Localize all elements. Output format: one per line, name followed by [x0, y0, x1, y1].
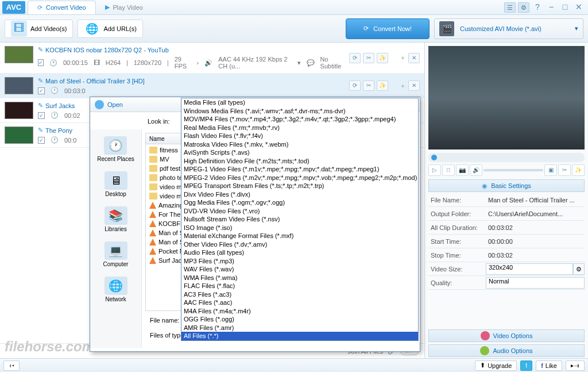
stop-value[interactable]: 00:03:02 — [486, 252, 585, 259]
output-profile-selector[interactable]: 🎬 Customized AVI Movie (*.avi) ▾ — [434, 18, 583, 39]
magic-icon[interactable]: ✨ — [377, 80, 388, 91]
filter-option[interactable]: ISO Image (*.iso) — [181, 224, 418, 232]
file-type-dropdown[interactable]: Media Files (all types)Windows Media Fil… — [181, 98, 419, 341]
cut-icon[interactable]: ✂ — [363, 53, 374, 63]
place-network[interactable]: 🌐Network — [102, 274, 130, 305]
minimize-button[interactable]: − — [546, 2, 557, 13]
filter-option[interactable]: Flash Video Files (*.flv;*.f4v) — [181, 132, 418, 140]
edit-icon[interactable]: ✎ — [38, 126, 43, 134]
tab-label: Play Video — [113, 4, 143, 11]
place-computer[interactable]: 💻Computer — [101, 239, 131, 270]
place-recent-places[interactable]: 🕐Recent Places — [95, 134, 136, 164]
video-options-header[interactable]: Video Options — [428, 329, 585, 342]
basic-settings-header[interactable]: ◉ Basic Settings — [428, 179, 585, 192]
seek-slider[interactable] — [428, 153, 585, 162]
video-item[interactable]: ✎Man of Steel - Official Trailer 3 [HD] … — [0, 74, 424, 98]
volume-button[interactable]: 🔊 — [470, 164, 482, 176]
titlebar-right: ☰ ⚙ ? − □ ✕ — [504, 2, 588, 13]
filter-option[interactable]: Windows Media Files (*.avi;*.wmv;*.asf;*… — [181, 107, 418, 116]
magic-icon[interactable]: ✨ — [377, 53, 388, 63]
size-select[interactable]: 320x240 — [486, 263, 573, 275]
filter-option[interactable]: High Definition Video File (*.m2ts;*.mts… — [181, 157, 418, 166]
output-value[interactable]: C:\Users\Ariel\Document... — [486, 210, 585, 217]
filter-option[interactable]: AMR Files (*.amr) — [181, 324, 418, 332]
refresh-icon[interactable]: ⟳ — [349, 53, 361, 63]
start-value[interactable]: 00:00:00 — [486, 238, 585, 245]
size-gear-icon[interactable]: ⚙ — [573, 263, 585, 275]
maximize-button[interactable]: □ — [559, 2, 571, 13]
checkbox[interactable]: ✓ — [38, 137, 45, 144]
add-icon[interactable]: ＋ — [400, 82, 406, 90]
folder-icon — [149, 156, 157, 163]
filter-option[interactable]: All Files (*.*) — [181, 332, 418, 340]
filter-option[interactable]: AviSynth Scripts (*.avs) — [181, 148, 418, 157]
filter-option[interactable]: M4A Files (*.m4a;*.m4r) — [181, 307, 418, 316]
tab-convert-video[interactable]: ⟳ Convert Video — [28, 1, 96, 14]
filter-option[interactable]: MOV/MP4 Files (*.mov;*.mp4;*.3gp;*.3g2;*… — [181, 115, 418, 124]
add-videos-button[interactable]: 🎞 Add Video(s) — [5, 20, 73, 38]
filter-option[interactable]: OGG Files (*.ogg) — [181, 315, 418, 324]
gear-icon[interactable]: ⚙ — [518, 2, 529, 13]
filter-option[interactable]: MPEG-2 Video Files (*.m2v;*.mpe;*.mpg;*.… — [181, 174, 418, 182]
filter-option[interactable]: WMA Files (*.wma) — [181, 274, 418, 282]
filter-option[interactable]: MPEG Transport Stream Files (*.ts;*.tp;*… — [181, 182, 418, 190]
panel-toggle-right[interactable]: ▸⫣ — [566, 361, 585, 371]
audio-icon — [480, 346, 489, 355]
facebook-like-button[interactable]: fLike — [536, 361, 562, 371]
filter-option[interactable]: AAC Files (*.aac) — [181, 298, 418, 307]
checkbox[interactable]: ✓ — [38, 112, 45, 119]
filter-option[interactable]: Material eXchange Format Files (*.mxf) — [181, 232, 418, 240]
close-button[interactable]: ✕ — [573, 2, 585, 13]
filter-option[interactable]: Real Media Files (*.rm;*.rmvb;*.rv) — [181, 124, 418, 132]
filter-option[interactable]: Audio Files (all types) — [181, 248, 418, 257]
twitter-button[interactable]: t — [520, 361, 532, 371]
add-icon[interactable]: ＋ — [400, 53, 406, 62]
refresh-icon[interactable]: ⟳ — [349, 80, 361, 91]
filter-option[interactable]: Ogg Media Files (*.ogm;*.ogv;*.ogg) — [181, 198, 418, 207]
filter-option[interactable]: MP3 Files (*.mp3) — [181, 257, 418, 266]
play-button[interactable]: ▷ — [428, 164, 441, 176]
filter-option[interactable]: WAV Files (*.wav) — [181, 265, 418, 274]
edit-icon[interactable]: ✎ — [38, 77, 43, 85]
quality-select[interactable]: Normal — [486, 277, 585, 289]
slider-thumb[interactable] — [431, 155, 437, 160]
filter-option[interactable]: Nullsoft Stream Video Files (*.nsv) — [181, 215, 418, 224]
checkbox[interactable]: ✓ — [38, 59, 44, 66]
snapshot-button[interactable]: 📷 — [456, 164, 469, 176]
effects-button[interactable]: ✨ — [572, 164, 585, 176]
volume-slider[interactable] — [483, 169, 543, 171]
convert-now-button[interactable]: ⟳ Convert Now! — [346, 18, 430, 39]
edit-icon[interactable]: ✎ — [38, 102, 43, 109]
place-libraries[interactable]: 📚Libraries — [102, 204, 130, 235]
subtitle-icon: 💬 — [307, 59, 315, 67]
filter-option[interactable]: DVD-VR Video Files (*.vro) — [181, 207, 418, 216]
upgrade-button[interactable]: ⬆Upgrade — [475, 361, 517, 371]
filter-option[interactable]: FLAC Files (*.flac) — [181, 282, 418, 290]
filter-option[interactable]: MPEG-1 Video Files (*.m1v;*.mpe;*.mpg;*.… — [181, 165, 418, 174]
cut-button[interactable]: ✂ — [558, 164, 571, 176]
help-button[interactable]: ? — [532, 2, 543, 13]
duration-label: All Clip Duration: — [428, 224, 486, 231]
list-icon[interactable]: ☰ — [504, 2, 516, 13]
tab-play-video[interactable]: ▶ Play Video — [96, 1, 152, 14]
dialog-title: Open — [107, 101, 123, 108]
cut-icon[interactable]: ✂ — [363, 80, 374, 91]
place-desktop[interactable]: 🖥Desktop — [102, 169, 130, 200]
filter-option[interactable]: Matroska Video Files (*.mkv, *.webm) — [181, 140, 418, 149]
checkbox[interactable]: ✓ — [38, 87, 45, 94]
filter-option[interactable]: Media Files (all types) — [181, 98, 418, 107]
audio-options-header[interactable]: Audio Options — [428, 344, 585, 357]
remove-icon[interactable]: ✕ — [408, 80, 420, 91]
filter-option[interactable]: Divx Video Files (*.divx) — [181, 190, 418, 199]
crop-button[interactable]: ▣ — [544, 164, 557, 176]
filter-option[interactable]: AC3 Files (*.ac3) — [181, 290, 418, 299]
stop-button[interactable]: □ — [442, 164, 455, 176]
edit-icon[interactable]: ✎ — [38, 46, 43, 53]
add-urls-button[interactable]: 🌐 Add URL(s) — [78, 20, 142, 38]
filename-value[interactable]: Man of Steel - Official Trailer ... — [486, 197, 585, 204]
video-item[interactable]: ✎KOCBFN IOS nobar 1280x720 Q2 - YouTub ✓… — [0, 43, 424, 74]
filter-option[interactable]: Other Video Files (*.dv;*.amv) — [181, 240, 418, 249]
remove-icon[interactable]: ✕ — [408, 53, 420, 63]
panel-toggle-left[interactable]: ⫞◂ — [3, 361, 20, 371]
stop-label: Stop Time: — [428, 252, 486, 259]
